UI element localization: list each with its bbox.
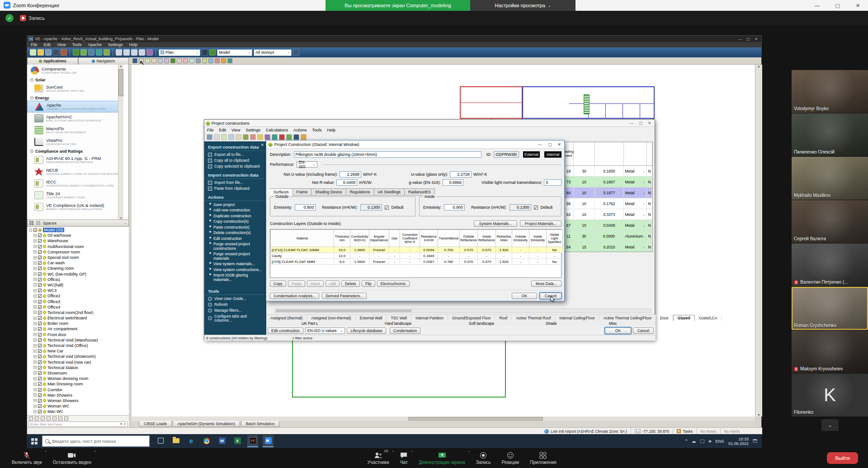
tree-item[interactable]: + ✓ Office4 xyxy=(27,304,129,310)
sidebar-action[interactable]: Delete construction(s) xyxy=(204,230,266,236)
checkbox[interactable]: ✓ xyxy=(38,267,42,270)
edit-construction-button[interactable]: Edit construction xyxy=(268,328,303,334)
checkbox[interactable]: ✓ xyxy=(38,245,42,248)
filter-icon-2[interactable] xyxy=(35,417,39,421)
layer-column-header[interactable]: Gas xyxy=(389,230,400,247)
vertical-scrollbar[interactable]: ▲▼ xyxy=(755,65,762,417)
table-icon[interactable] xyxy=(96,49,102,56)
alerts-label[interactable]: No Alerts xyxy=(724,429,740,434)
ve-close-button[interactable]: ✕ xyxy=(755,37,758,41)
category-tab[interactable]: Door xyxy=(656,315,673,321)
expand-icon[interactable]: + xyxy=(33,239,37,243)
dxf-icon[interactable] xyxy=(215,58,220,63)
display-icon[interactable]: 🖵 xyxy=(700,439,704,444)
checkbox[interactable]: ✓ xyxy=(38,355,42,358)
filter-icon-3[interactable] xyxy=(41,417,45,421)
edge-button[interactable]: e xyxy=(186,435,197,447)
participant-tile[interactable]: Mykhailo Maslikov xyxy=(792,157,868,200)
storey-icon[interactable] xyxy=(208,58,213,63)
tree-item[interactable]: + ✓ WC (low-mobility GP) xyxy=(27,271,129,277)
pan-icon[interactable] xyxy=(139,49,145,56)
expand-icon[interactable]: + xyxy=(33,366,37,369)
simulation-tab[interactable]: ApacheSim (Dynamic Simulation) xyxy=(173,421,240,427)
tree-item[interactable]: + ✓ Man Dressing room xyxy=(27,381,129,387)
category-tab[interactable]: Assigned (non-thermal) xyxy=(307,315,355,321)
app-item[interactable]: IECCINTERNATIONAL ENERGY CONSERVATION CO… xyxy=(27,178,123,189)
surface-tab[interactable]: Shading Device xyxy=(311,188,346,196)
layer-button[interactable]: Add xyxy=(326,281,340,287)
tree-item[interactable]: + ✓ Woman WC xyxy=(27,403,129,409)
default-checkbox[interactable]: ✓ xyxy=(385,206,389,210)
dialog-maximize-button[interactable]: ▢ xyxy=(548,142,552,147)
checkbox[interactable]: ✓ xyxy=(38,300,42,304)
surface-tab[interactable]: Frame xyxy=(293,188,312,196)
dialog-menu-item[interactable]: File xyxy=(207,128,214,132)
chevron-down-icon[interactable]: ⌄ xyxy=(642,169,645,173)
layer-column-header[interactable]: Material xyxy=(271,230,334,247)
ve-menu-item[interactable]: View xyxy=(57,42,66,47)
filter-icon-1[interactable] xyxy=(29,417,33,421)
materials-icon[interactable] xyxy=(272,134,278,140)
expand-icon[interactable]: + xyxy=(33,289,37,292)
column-header[interactable] xyxy=(595,142,623,165)
vlt-input[interactable]: 0 xyxy=(544,179,561,186)
tree-item[interactable]: + ✓ Front door xyxy=(27,332,129,337)
inside-emissivity-input[interactable]: 0.900 xyxy=(444,204,465,211)
expand-icon[interactable]: + xyxy=(33,256,37,259)
rotate-icon[interactable] xyxy=(146,49,153,56)
sidebar-action[interactable]: Duplicate construction xyxy=(204,213,266,219)
id-input[interactable]: GDPRW38I xyxy=(494,151,519,158)
purge-icon[interactable] xyxy=(279,134,285,140)
ve-minimize-button[interactable]: — xyxy=(739,37,742,41)
applications-scrollbar[interactable]: ▲▼ xyxy=(118,65,123,220)
layer-column-header[interactable]: Resistance m²K/W xyxy=(420,230,438,247)
expand-icon[interactable]: + xyxy=(33,355,37,358)
explorer-button[interactable] xyxy=(170,435,181,447)
column-header[interactable] xyxy=(647,142,652,165)
checkbox[interactable]: ✓ xyxy=(38,344,42,347)
app-item[interactable]: VistaProADVANCED ANALYSIS xyxy=(27,136,123,148)
layer-button[interactable]: Electrochromic xyxy=(377,281,410,287)
add-icon[interactable] xyxy=(243,134,249,140)
category-tab[interactable]: Roof xyxy=(495,315,512,321)
ve-menu-item[interactable]: Help xyxy=(129,42,137,47)
dialog-maximize-button[interactable]: ▢ xyxy=(639,121,643,125)
category-tab[interactable]: Glazed xyxy=(673,315,695,321)
filter-icon-6[interactable] xyxy=(58,417,62,421)
expand-icon[interactable]: + xyxy=(33,311,37,314)
sun-path-icon[interactable] xyxy=(221,58,226,63)
surface-tab[interactable]: Regulations xyxy=(346,188,374,196)
horizontal-scrollbar[interactable] xyxy=(132,417,755,421)
column-header[interactable]: hading cient xyxy=(564,142,574,165)
tree-item[interactable]: + ✓ Office1 xyxy=(27,277,129,282)
app-item[interactable]: ApacheTHERMAL CALCULATION AND SIMULATION xyxy=(27,101,123,112)
expand-icon[interactable]: + xyxy=(33,245,37,248)
select-icon[interactable]: ↖ xyxy=(139,58,144,63)
system-materials-button[interactable]: System Materials... xyxy=(474,220,517,227)
expand-icon[interactable]: + xyxy=(33,234,37,237)
expand-icon[interactable]: + xyxy=(33,278,37,281)
category-tab[interactable]: Assigned (thermal) xyxy=(266,315,307,321)
tree-item[interactable]: + ✓ Technical void (new car) xyxy=(27,360,129,365)
volume-icon[interactable]: 🕪 xyxy=(708,439,711,444)
app-item[interactable]: ComponentsCOMPONENT MODELLER xyxy=(27,65,123,76)
tree-item[interactable]: + ✓ Technical Station xyxy=(27,365,129,370)
tree-item[interactable]: + ✓ Woman dressing room xyxy=(27,376,129,381)
group-compliance[interactable]: −Compliance and Ratings xyxy=(27,148,123,154)
derived-parameters-button[interactable]: Derived Parameters... xyxy=(322,293,367,299)
performance-select[interactable]: EN-ISO⌄ xyxy=(297,161,317,168)
sidebar-action[interactable]: Purge unused project constructions xyxy=(204,242,266,252)
close-button[interactable]: ✕ xyxy=(848,0,868,11)
minimize-button[interactable]: — xyxy=(807,0,827,11)
app-item[interactable]: NECBNATIONAL ENERGY CODE OF CANADA FOR B… xyxy=(27,166,123,178)
ve-menu-item[interactable]: Apache xyxy=(88,42,102,47)
prev-view-icon[interactable] xyxy=(202,49,208,56)
ve-menu-item[interactable]: Tools xyxy=(72,42,81,47)
filter-icon[interactable] xyxy=(293,134,299,140)
internal-button[interactable]: Internal xyxy=(544,151,561,158)
ve-menu-item[interactable]: Settings xyxy=(108,42,123,47)
chevron-down-icon[interactable]: ⌄ xyxy=(642,245,645,249)
filter-icon-4[interactable] xyxy=(47,417,51,421)
layer-row[interactable]: [CF10] CLEAR FLOAT 10MM10.01.0600 Fresne… xyxy=(271,247,563,253)
tree-item[interactable]: + ✓ Office2 xyxy=(27,293,129,299)
